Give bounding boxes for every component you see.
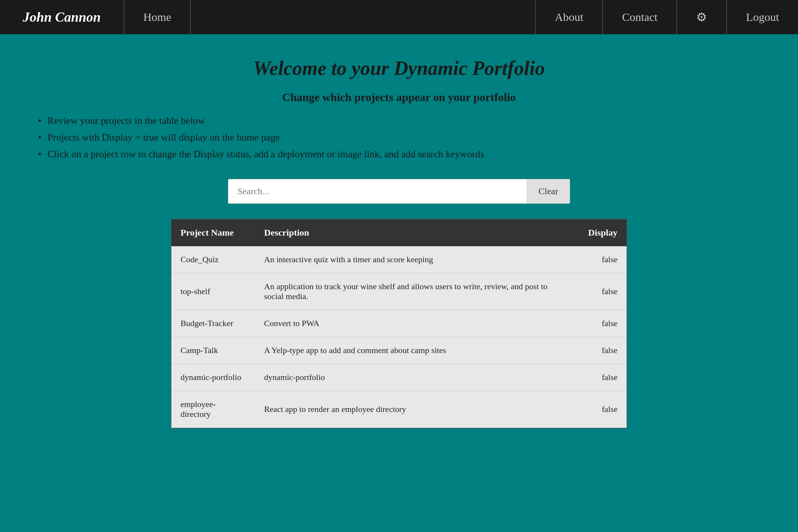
project-description-cell: An application to track your wine shelf … [255,273,577,310]
nav-about-link[interactable]: About [535,0,602,34]
navbar: John Cannon Home About Contact ⚙ Logout [0,0,798,34]
projects-table: Project Name Description Display Code_Qu… [171,219,627,428]
nav-contact-link[interactable]: Contact [602,0,676,34]
project-display-cell: false [577,364,627,391]
project-description-cell: dynamic-portfolio [255,364,577,391]
nav-home-link[interactable]: Home [124,0,191,34]
gear-icon[interactable]: ⚙ [676,0,726,34]
clear-button[interactable]: Clear [527,179,570,203]
project-name-cell: employee-directory [171,391,255,428]
col-header-description: Description [255,219,577,246]
project-description-cell: An interactive quiz with a timer and sco… [255,246,577,273]
projects-table-container: Project Name Description Display Code_Qu… [171,219,627,428]
search-wrapper: Clear [228,179,570,204]
project-name-cell: Budget-Tracker [171,310,255,337]
page-title: Welcome to your Dynamic Portfolio [30,57,768,79]
project-description-cell: A Yelp-type app to add and comment about… [255,337,577,364]
project-name-cell: Camp-Talk [171,337,255,364]
project-display-cell: false [577,337,627,364]
main-content: Welcome to your Dynamic Portfolio Change… [0,34,798,451]
nav-logout-link[interactable]: Logout [726,0,798,34]
table-row[interactable]: employee-directoryReact app to render an… [171,391,627,428]
project-name-cell: dynamic-portfolio [171,364,255,391]
instructions-list: Review your projects in the table below … [30,115,768,160]
table-header-row: Project Name Description Display [171,219,627,246]
instruction-item-2: Projects with Display = true will displa… [38,132,768,143]
nav-links: Home [124,0,535,34]
project-description-cell: Convert to PWA [255,310,577,337]
instruction-item-3: Click on a project row to change the Dis… [38,149,768,160]
instruction-item-1: Review your projects in the table below [38,115,768,127]
nav-brand[interactable]: John Cannon [0,0,124,34]
search-container: Clear [30,179,768,204]
nav-right: About Contact ⚙ Logout [535,0,798,34]
col-header-display: Display [577,219,627,246]
project-display-cell: false [577,310,627,337]
project-name-cell: Code_Quiz [171,246,255,273]
page-subtitle: Change which projects appear on your por… [30,91,768,104]
table-row[interactable]: Budget-TrackerConvert to PWAfalse [171,310,627,337]
project-description-cell: React app to render an employee director… [255,391,577,428]
search-input[interactable] [228,179,527,203]
project-display-cell: false [577,391,627,428]
table-row[interactable]: Camp-TalkA Yelp-type app to add and comm… [171,337,627,364]
project-display-cell: false [577,273,627,310]
table-row[interactable]: top-shelfAn application to track your wi… [171,273,627,310]
project-name-cell: top-shelf [171,273,255,310]
table-row[interactable]: dynamic-portfoliodynamic-portfoliofalse [171,364,627,391]
table-row[interactable]: Code_QuizAn interactive quiz with a time… [171,246,627,273]
col-header-name: Project Name [171,219,255,246]
project-display-cell: false [577,246,627,273]
